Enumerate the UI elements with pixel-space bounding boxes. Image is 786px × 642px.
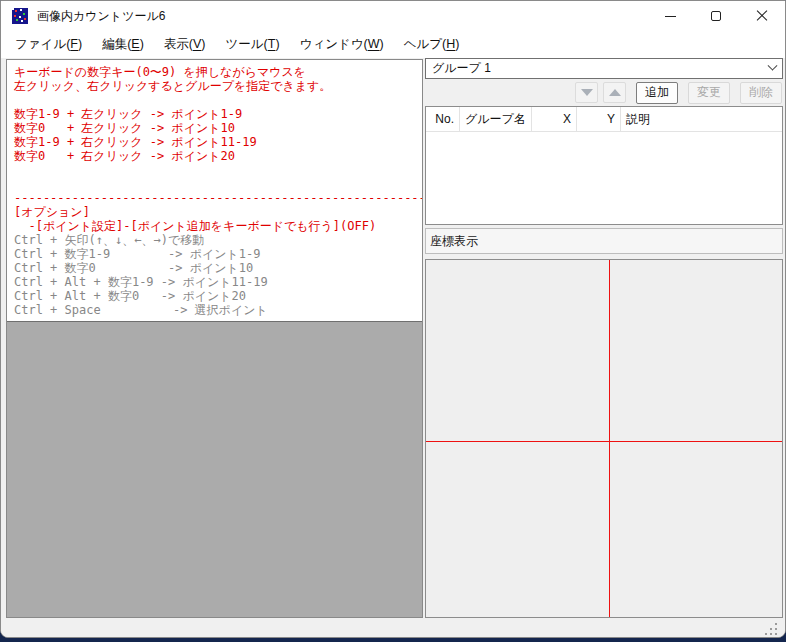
menu-edit[interactable]: 編集(E) xyxy=(92,32,154,57)
instructions-panel: キーボードの数字キー(0〜9) を押しながらマウスを 左クリック、右クリックする… xyxy=(7,60,422,322)
menu-file[interactable]: ファイル(F) xyxy=(5,32,92,57)
column-header-x: X xyxy=(532,107,577,131)
menu-window[interactable]: ウィンドウ(W) xyxy=(290,32,394,57)
close-button[interactable] xyxy=(739,1,785,31)
crosshair-vertical-line xyxy=(609,260,610,617)
group-toolbar: 追加 変更 削除 xyxy=(425,80,783,105)
move-down-button[interactable] xyxy=(575,82,598,103)
caption-buttons xyxy=(647,1,785,31)
window-title: 画像内カウントツール6 xyxy=(37,8,165,25)
coordinate-display-label: 座標表示 xyxy=(425,228,783,254)
app-icon xyxy=(12,8,28,24)
maximize-button[interactable] xyxy=(693,1,739,31)
group-select[interactable]: グループ 1 xyxy=(425,58,783,79)
column-header-description: 説明 xyxy=(621,107,782,131)
chevron-down-icon xyxy=(768,61,778,71)
edit-button[interactable]: 変更 xyxy=(688,82,730,104)
crosshair-horizontal-line xyxy=(426,441,782,442)
status-strip xyxy=(1,620,785,638)
menu-tools[interactable]: ツール(T) xyxy=(216,32,290,57)
menu-help[interactable]: ヘルプ(H) xyxy=(394,32,470,57)
column-header-group-name: グループ名 xyxy=(460,107,532,131)
title-bar: 画像内カウントツール6 xyxy=(1,1,785,31)
column-header-no: No. xyxy=(426,107,460,131)
minimize-button[interactable] xyxy=(647,1,693,31)
image-canvas-area[interactable]: キーボードの数字キー(0〜9) を押しながらマウスを 左クリック、右クリックする… xyxy=(6,59,423,618)
instructions-text: キーボードの数字キー(0〜9) を押しながらマウスを 左クリック、右クリックする… xyxy=(14,65,415,233)
close-icon xyxy=(756,10,768,22)
coordinate-preview-panel[interactable] xyxy=(425,259,783,618)
points-table[interactable]: No. グループ名 X Y 説明 xyxy=(425,106,783,225)
triangle-up-icon xyxy=(609,89,621,96)
points-table-header: No. グループ名 X Y 説明 xyxy=(426,107,782,132)
resize-grip[interactable] xyxy=(765,623,777,635)
move-up-button[interactable] xyxy=(603,82,626,103)
minimize-icon xyxy=(665,16,676,17)
add-button[interactable]: 追加 xyxy=(636,82,678,104)
group-select-value: グループ 1 xyxy=(432,60,491,77)
keyboard-shortcuts-text: Ctrl + 矢印(↑、↓、←、→)で移動 Ctrl + 数字1-9 -> ポイ… xyxy=(14,233,415,317)
delete-button[interactable]: 削除 xyxy=(740,82,782,104)
menu-view[interactable]: 表示(V) xyxy=(154,32,216,57)
app-window: 画像内カウントツール6 ファイル(F) 編集(E) 表示(V) ツール(T) ウ… xyxy=(0,0,786,638)
triangle-down-icon xyxy=(581,89,593,96)
column-header-y: Y xyxy=(577,107,621,131)
menu-bar: ファイル(F) 編集(E) 表示(V) ツール(T) ウィンドウ(W) ヘルプ(… xyxy=(1,31,785,58)
maximize-icon xyxy=(711,11,721,21)
